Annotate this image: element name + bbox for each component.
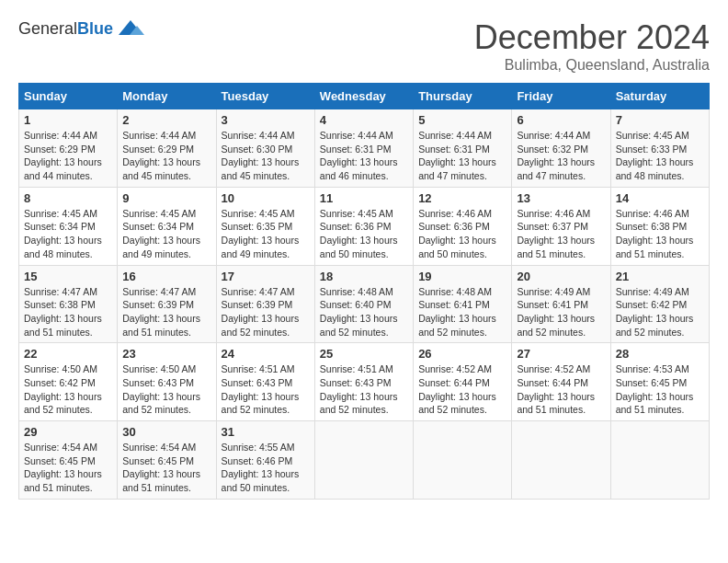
day-number: 16 bbox=[122, 270, 210, 283]
day-info: Sunrise: 4:50 AM Sunset: 6:43 PM Dayligh… bbox=[122, 362, 210, 417]
day-number: 17 bbox=[222, 270, 310, 283]
day-number: 8 bbox=[24, 191, 112, 205]
table-row: 15 Sunrise: 4:47 AM Sunset: 6:38 PM Dayl… bbox=[19, 265, 118, 343]
day-number: 6 bbox=[517, 113, 605, 127]
table-row: 1 Sunrise: 4:44 AM Sunset: 6:29 PM Dayli… bbox=[19, 109, 118, 188]
day-info: Sunrise: 4:44 AM Sunset: 6:31 PM Dayligh… bbox=[320, 129, 408, 183]
header-saturday: Saturday bbox=[610, 84, 709, 109]
header-wednesday: Wednesday bbox=[314, 84, 413, 109]
table-row bbox=[512, 421, 610, 500]
table-row: 12 Sunrise: 4:46 AM Sunset: 6:36 PM Dayl… bbox=[414, 187, 512, 265]
day-number: 1 bbox=[24, 113, 112, 127]
table-row bbox=[414, 421, 512, 500]
day-number: 22 bbox=[24, 347, 112, 361]
table-row bbox=[610, 421, 709, 500]
day-number: 20 bbox=[517, 270, 605, 283]
day-info: Sunrise: 4:47 AM Sunset: 6:39 PM Dayligh… bbox=[222, 285, 310, 339]
day-info: Sunrise: 4:44 AM Sunset: 6:29 PM Dayligh… bbox=[122, 129, 210, 183]
table-row: 4 Sunrise: 4:44 AM Sunset: 6:31 PM Dayli… bbox=[314, 109, 413, 188]
table-row: 7 Sunrise: 4:45 AM Sunset: 6:33 PM Dayli… bbox=[610, 109, 709, 188]
table-row: 21 Sunrise: 4:49 AM Sunset: 6:42 PM Dayl… bbox=[610, 265, 709, 343]
day-number: 24 bbox=[222, 347, 310, 361]
table-row: 24 Sunrise: 4:51 AM Sunset: 6:43 PM Dayl… bbox=[216, 343, 314, 421]
table-row: 13 Sunrise: 4:46 AM Sunset: 6:37 PM Dayl… bbox=[512, 187, 610, 265]
table-row: 29 Sunrise: 4:54 AM Sunset: 6:45 PM Dayl… bbox=[19, 421, 118, 500]
table-row: 26 Sunrise: 4:52 AM Sunset: 6:44 PM Dayl… bbox=[414, 343, 512, 421]
day-info: Sunrise: 4:55 AM Sunset: 6:46 PM Dayligh… bbox=[222, 441, 310, 495]
table-row: 9 Sunrise: 4:45 AM Sunset: 6:34 PM Dayli… bbox=[118, 187, 216, 265]
day-info: Sunrise: 4:51 AM Sunset: 6:43 PM Dayligh… bbox=[320, 362, 408, 417]
calendar-week-row: 15 Sunrise: 4:47 AM Sunset: 6:38 PM Dayl… bbox=[19, 265, 710, 343]
header-thursday: Thursday bbox=[414, 84, 512, 109]
header-tuesday: Tuesday bbox=[216, 84, 314, 109]
day-info: Sunrise: 4:45 AM Sunset: 6:34 PM Dayligh… bbox=[24, 207, 112, 261]
day-info: Sunrise: 4:44 AM Sunset: 6:29 PM Dayligh… bbox=[24, 129, 112, 183]
day-info: Sunrise: 4:45 AM Sunset: 6:33 PM Dayligh… bbox=[616, 129, 704, 183]
day-number: 27 bbox=[517, 347, 605, 361]
table-row: 20 Sunrise: 4:49 AM Sunset: 6:41 PM Dayl… bbox=[512, 265, 610, 343]
day-info: Sunrise: 4:46 AM Sunset: 6:38 PM Dayligh… bbox=[616, 207, 704, 261]
table-row: 10 Sunrise: 4:45 AM Sunset: 6:35 PM Dayl… bbox=[216, 187, 314, 265]
day-number: 2 bbox=[122, 113, 210, 127]
table-row: 25 Sunrise: 4:51 AM Sunset: 6:43 PM Dayl… bbox=[314, 343, 413, 421]
logo: GeneralBlue bbox=[18, 18, 144, 39]
day-number: 31 bbox=[222, 425, 310, 439]
day-number: 3 bbox=[222, 113, 310, 127]
day-info: Sunrise: 4:54 AM Sunset: 6:45 PM Dayligh… bbox=[122, 441, 210, 495]
calendar-table: Sunday Monday Tuesday Wednesday Thursday… bbox=[18, 83, 710, 500]
day-number: 14 bbox=[616, 191, 704, 205]
location-title: Bulimba, Queensland, Australia bbox=[474, 57, 710, 74]
calendar-week-row: 1 Sunrise: 4:44 AM Sunset: 6:29 PM Dayli… bbox=[19, 109, 710, 188]
day-info: Sunrise: 4:48 AM Sunset: 6:41 PM Dayligh… bbox=[418, 285, 506, 339]
header-friday: Friday bbox=[512, 84, 610, 109]
day-info: Sunrise: 4:47 AM Sunset: 6:38 PM Dayligh… bbox=[24, 285, 112, 339]
day-number: 12 bbox=[418, 191, 506, 205]
calendar-week-row: 22 Sunrise: 4:50 AM Sunset: 6:42 PM Dayl… bbox=[19, 343, 710, 421]
day-number: 18 bbox=[320, 270, 408, 283]
table-row: 30 Sunrise: 4:54 AM Sunset: 6:45 PM Dayl… bbox=[118, 421, 216, 500]
table-row: 22 Sunrise: 4:50 AM Sunset: 6:42 PM Dayl… bbox=[19, 343, 118, 421]
day-info: Sunrise: 4:45 AM Sunset: 6:35 PM Dayligh… bbox=[222, 207, 310, 261]
day-number: 13 bbox=[517, 191, 605, 205]
day-number: 15 bbox=[24, 270, 112, 283]
day-number: 9 bbox=[122, 191, 210, 205]
day-number: 21 bbox=[616, 270, 704, 283]
weekday-header-row: Sunday Monday Tuesday Wednesday Thursday… bbox=[19, 84, 710, 109]
day-info: Sunrise: 4:52 AM Sunset: 6:44 PM Dayligh… bbox=[418, 362, 506, 417]
header-sunday: Sunday bbox=[19, 84, 118, 109]
day-info: Sunrise: 4:51 AM Sunset: 6:43 PM Dayligh… bbox=[222, 362, 310, 417]
table-row: 11 Sunrise: 4:45 AM Sunset: 6:36 PM Dayl… bbox=[314, 187, 413, 265]
day-info: Sunrise: 4:54 AM Sunset: 6:45 PM Dayligh… bbox=[24, 441, 112, 495]
day-info: Sunrise: 4:45 AM Sunset: 6:36 PM Dayligh… bbox=[320, 207, 408, 261]
table-row: 14 Sunrise: 4:46 AM Sunset: 6:38 PM Dayl… bbox=[610, 187, 709, 265]
day-info: Sunrise: 4:47 AM Sunset: 6:39 PM Dayligh… bbox=[122, 285, 210, 339]
table-row: 3 Sunrise: 4:44 AM Sunset: 6:30 PM Dayli… bbox=[216, 109, 314, 188]
day-number: 30 bbox=[122, 425, 210, 439]
table-row: 6 Sunrise: 4:44 AM Sunset: 6:32 PM Dayli… bbox=[512, 109, 610, 188]
logo-text-general: GeneralBlue bbox=[18, 19, 113, 39]
day-info: Sunrise: 4:49 AM Sunset: 6:41 PM Dayligh… bbox=[517, 285, 605, 339]
day-info: Sunrise: 4:44 AM Sunset: 6:31 PM Dayligh… bbox=[418, 129, 506, 183]
month-title: December 2024 bbox=[474, 18, 710, 57]
day-info: Sunrise: 4:49 AM Sunset: 6:42 PM Dayligh… bbox=[616, 285, 704, 339]
table-row bbox=[314, 421, 413, 500]
day-info: Sunrise: 4:48 AM Sunset: 6:40 PM Dayligh… bbox=[320, 285, 408, 339]
table-row: 27 Sunrise: 4:52 AM Sunset: 6:44 PM Dayl… bbox=[512, 343, 610, 421]
table-row: 19 Sunrise: 4:48 AM Sunset: 6:41 PM Dayl… bbox=[414, 265, 512, 343]
day-number: 4 bbox=[320, 113, 408, 127]
day-info: Sunrise: 4:46 AM Sunset: 6:36 PM Dayligh… bbox=[418, 207, 506, 261]
day-number: 5 bbox=[418, 113, 506, 127]
calendar-week-row: 29 Sunrise: 4:54 AM Sunset: 6:45 PM Dayl… bbox=[19, 421, 710, 500]
table-row: 18 Sunrise: 4:48 AM Sunset: 6:40 PM Dayl… bbox=[314, 265, 413, 343]
day-number: 11 bbox=[320, 191, 408, 205]
day-info: Sunrise: 4:52 AM Sunset: 6:44 PM Dayligh… bbox=[517, 362, 605, 417]
page-header: GeneralBlue December 2024 Bulimba, Queen… bbox=[18, 18, 710, 74]
table-row: 2 Sunrise: 4:44 AM Sunset: 6:29 PM Dayli… bbox=[118, 109, 216, 188]
day-number: 19 bbox=[418, 270, 506, 283]
table-row: 16 Sunrise: 4:47 AM Sunset: 6:39 PM Dayl… bbox=[118, 265, 216, 343]
title-area: December 2024 Bulimba, Queensland, Austr… bbox=[474, 18, 710, 74]
day-info: Sunrise: 4:44 AM Sunset: 6:32 PM Dayligh… bbox=[517, 129, 605, 183]
day-number: 25 bbox=[320, 347, 408, 361]
table-row: 28 Sunrise: 4:53 AM Sunset: 6:45 PM Dayl… bbox=[610, 343, 709, 421]
day-info: Sunrise: 4:44 AM Sunset: 6:30 PM Dayligh… bbox=[222, 129, 310, 183]
